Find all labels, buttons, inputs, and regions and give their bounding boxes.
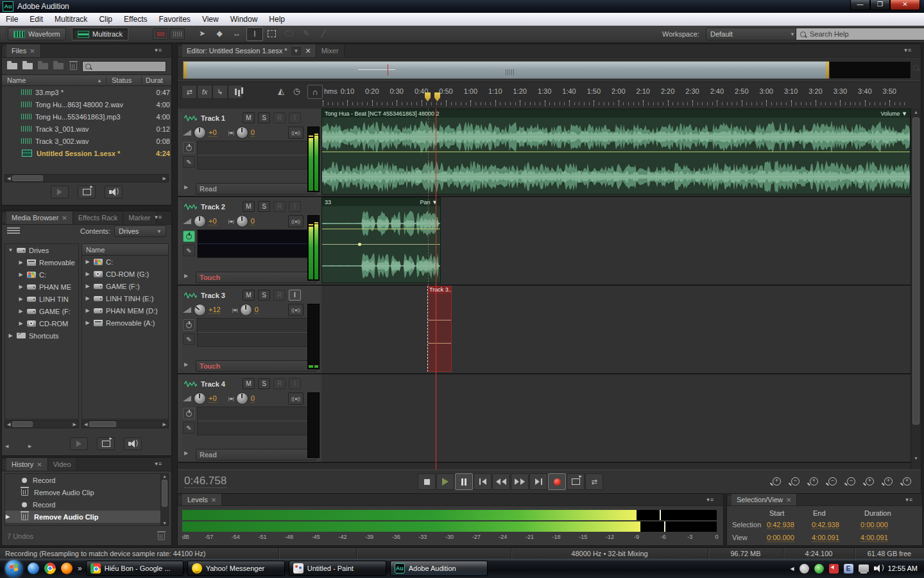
zoom-in-amplitude-button[interactable]: + — [768, 474, 785, 488]
scroll-right-icon[interactable]: ▶ — [161, 176, 168, 181]
transport-next-button[interactable] — [529, 473, 547, 490]
panel-menu-icon[interactable]: ▾≡ — [155, 214, 162, 220]
pan-value[interactable]: 0 — [251, 217, 255, 225]
quick-launch-chrome-icon[interactable] — [44, 563, 56, 574]
track-grip[interactable] — [178, 112, 182, 192]
audio-clip[interactable]: Tong Hua - Beat [NCT 4553461863] 48000 2… — [321, 109, 911, 195]
view-duration[interactable]: 4:00.091 — [860, 534, 888, 542]
history-item[interactable]: Remove Audio Clip — [5, 486, 160, 498]
chevron-right-icon[interactable]: ▶ — [85, 283, 90, 289]
tab-files[interactable]: Files✕ — [6, 44, 41, 57]
import-file-icon[interactable] — [22, 63, 33, 69]
close-icon[interactable]: ✕ — [62, 215, 67, 222]
automation-mode-dropdown[interactable]: Touch ▼ — [196, 272, 316, 283]
chevron-right-icon[interactable]: ▶ — [18, 320, 24, 326]
tray-chevron-icon[interactable]: ◂ — [790, 564, 794, 573]
tray-editpl-icon[interactable]: E — [844, 564, 853, 574]
view-start[interactable]: 0:00.000 — [767, 534, 794, 542]
transport-skip-button[interactable]: ⇄ — [585, 473, 603, 490]
tab-effects-rack[interactable]: Effects Rack — [73, 211, 124, 224]
volume-value[interactable]: +0 — [209, 394, 217, 403]
recording-clip[interactable]: Track 3... — [427, 286, 452, 372]
history-panel-grip[interactable] — [3, 460, 6, 469]
sends-monitor-icon[interactable]: ((●)) — [288, 304, 304, 316]
list-item[interactable]: ▶CD-ROM (G:) — [82, 268, 168, 280]
menu-clip[interactable]: Clip — [93, 15, 118, 24]
tab-levels[interactable]: Levels✕ — [182, 494, 222, 505]
tray-yahoo-status-icon[interactable] — [800, 564, 809, 574]
fx-slots[interactable] — [197, 141, 309, 170]
track-s-button[interactable]: S — [258, 378, 270, 389]
fx-toggle-icon[interactable]: fx — [197, 85, 212, 99]
volume-knob[interactable] — [194, 392, 206, 405]
volume-value[interactable]: +12 — [209, 306, 221, 314]
scroll-right-icon[interactable]: ▶ — [161, 422, 168, 427]
file-row[interactable]: Tong Hu...863] 48000 2.wav4:00 — [2, 98, 171, 110]
files-search-field[interactable] — [82, 61, 166, 72]
volume-icon[interactable]: ) — [874, 565, 883, 572]
fx-slots[interactable] — [197, 229, 309, 258]
collapse-arrow-icon[interactable]: ▶ — [184, 273, 188, 279]
zoom-in-time-button[interactable]: + — [805, 474, 823, 488]
multitrack-view-button[interactable]: Multitrack — [72, 28, 128, 40]
history-item[interactable]: Record — [5, 474, 160, 486]
ruler-unit[interactable]: hms — [324, 87, 338, 95]
tab-video[interactable]: Video — [48, 458, 77, 471]
tray-swirl-app-icon[interactable] — [814, 564, 824, 574]
collapse-arrow-icon[interactable]: ▶ — [184, 184, 188, 190]
track-m-button[interactable]: M — [243, 112, 255, 123]
crossfade-toggle-icon[interactable]: ⇄ — [182, 85, 197, 99]
edit-fx-icon[interactable]: ✎ — [183, 245, 195, 256]
overflow-chevron-icon[interactable]: » — [78, 564, 82, 573]
scroll-left-icon[interactable]: ◀ — [5, 422, 12, 427]
scroll-up-icon[interactable]: ▲ — [911, 109, 921, 114]
sends-monitor-icon[interactable]: ((●)) — [288, 127, 304, 139]
tree-item[interactable]: ▶ GAME (F: — [5, 305, 78, 317]
files-panel-grip[interactable] — [3, 46, 6, 55]
fx-power-button[interactable] — [183, 142, 195, 153]
zoom-out-amplitude-button[interactable]: − — [787, 474, 804, 488]
transport-loop-button[interactable] — [567, 473, 585, 490]
menu-file[interactable]: File — [0, 15, 24, 24]
transport-prev-button[interactable] — [474, 473, 492, 490]
track-i-button[interactable]: I — [289, 378, 301, 389]
volume-knob[interactable] — [194, 127, 206, 139]
tree-item[interactable]: ▶ PHAN ME — [5, 281, 78, 293]
track-name[interactable]: Track 4 — [201, 380, 225, 388]
zoom-in-point-button[interactable]: + — [861, 474, 878, 488]
column-duration[interactable]: Durat — [141, 76, 171, 84]
tab-media-browser[interactable]: Media Browser✕ — [6, 211, 73, 224]
chevron-right-icon[interactable]: ▶ — [18, 284, 24, 290]
chevron-right-icon[interactable]: ▶ — [85, 295, 90, 301]
tree-item[interactable]: ▶ C: — [5, 268, 78, 281]
track-name[interactable]: Track 2 — [201, 203, 225, 211]
panel-menu-icon[interactable]: ▾≡ — [155, 460, 162, 467]
move-tool-icon[interactable]: ➤ — [194, 27, 210, 40]
play-preview-button[interactable] — [51, 186, 69, 198]
start-button[interactable] — [5, 560, 22, 577]
spot-heal-tool-icon[interactable]: ╱ — [316, 27, 331, 40]
waveform-display-button[interactable] — [169, 28, 185, 40]
selection-start[interactable]: 0:42.938 — [767, 521, 794, 529]
pan-value[interactable]: 0 — [255, 306, 259, 314]
track-i-button[interactable]: I — [289, 290, 301, 301]
zoom-out-point-button[interactable]: + — [880, 474, 897, 488]
file-row[interactable]: Track 3_001.wav0:12 — [2, 123, 171, 135]
close-icon[interactable]: ✕ — [211, 496, 216, 504]
tree-item[interactable]: ▶ LINH TIN — [5, 293, 78, 305]
clock[interactable]: 12:55 AM — [888, 565, 918, 572]
open-file-icon[interactable] — [7, 63, 17, 69]
track-clip-area[interactable] — [321, 374, 911, 462]
panel-menu-icon[interactable]: ▾≡ — [155, 47, 162, 53]
history-item[interactable]: Remove Audio Clip — [5, 511, 160, 523]
close-icon[interactable]: ✕ — [305, 47, 311, 55]
transport-record-button[interactable] — [548, 473, 566, 490]
audio-clip[interactable]: 33 Pan ▼ — [321, 197, 441, 283]
pan-value[interactable]: 0 — [251, 128, 255, 137]
taskbar-button-audition[interactable]: AuAdobe Audition — [390, 561, 488, 576]
network-icon[interactable] — [859, 565, 869, 572]
levels-panel-grip[interactable] — [178, 496, 182, 504]
track-m-button[interactable]: M — [243, 201, 255, 212]
tab-mixer[interactable]: Mixer — [316, 44, 345, 57]
track-i-button[interactable]: I — [289, 112, 301, 123]
